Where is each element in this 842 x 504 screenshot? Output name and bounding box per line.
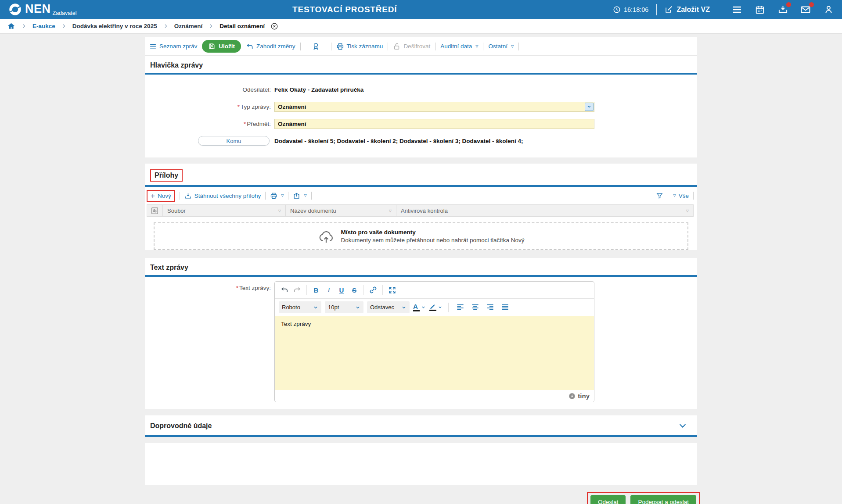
divider	[518, 43, 519, 50]
justify-icon[interactable]	[499, 302, 511, 313]
award-icon-button[interactable]	[306, 42, 326, 50]
subject-row: *Předmět:	[145, 118, 697, 129]
mail-icon[interactable]	[800, 4, 811, 15]
message-type-select[interactable]: Oznámení	[274, 102, 594, 112]
close-icon[interactable]	[270, 22, 278, 30]
calendar-icon[interactable]	[754, 4, 766, 15]
message-text-row: *Text zprávy: B I U S	[145, 277, 697, 409]
message-type-value: Oznámení	[278, 104, 306, 110]
breadcrumb-chevron-icon	[208, 23, 214, 29]
divider	[483, 43, 483, 50]
breadcrumb-chevron-icon	[21, 23, 27, 29]
logo-subtitle: Zadavatel	[53, 10, 77, 16]
divider	[435, 43, 435, 50]
message-header-form: Odesílatel: Felix Okátý - Zadavatel přír…	[145, 75, 697, 157]
divider	[388, 43, 388, 50]
collapse-chevron-icon[interactable]	[678, 421, 692, 431]
align-right-icon[interactable]	[484, 302, 496, 313]
link-icon[interactable]	[367, 284, 379, 296]
editor-toolbar-row1: B I U S	[275, 282, 594, 299]
sign-and-send-button[interactable]: Podepsat a odeslat	[630, 495, 696, 504]
breadcrumb-item-oznameni[interactable]: Oznámení	[174, 23, 203, 29]
inbox-download-icon[interactable]	[777, 4, 788, 15]
divider	[288, 192, 288, 200]
nen-logo[interactable]: NEN Zadavatel	[8, 2, 76, 17]
divider	[180, 192, 180, 200]
attachments-toolbar: + Nový Stáhnout všechny přílohy ▽	[145, 187, 697, 204]
bold-icon[interactable]: B	[310, 284, 322, 296]
strikethrough-icon[interactable]: S	[349, 284, 360, 296]
divider	[656, 4, 657, 15]
align-left-icon[interactable]	[454, 302, 466, 313]
column-filter-icon[interactable]: ▽	[274, 209, 281, 213]
chevron-down-icon: ▽	[281, 194, 284, 197]
block-format-select[interactable]: Odstavec	[367, 301, 410, 313]
new-attachment-button[interactable]: + Nový	[151, 193, 171, 199]
home-icon[interactable]	[7, 22, 15, 30]
chevron-down-icon: ▽	[304, 194, 306, 197]
highlight-color-button[interactable]	[429, 304, 443, 311]
underline-icon[interactable]: U	[336, 284, 347, 296]
column-filter-icon[interactable]: ▽	[682, 209, 689, 213]
column-header-nazev[interactable]: Název dokumentu ▽	[286, 205, 396, 216]
audit-data-dropdown[interactable]: Auditní data ▽	[440, 43, 478, 50]
font-size-select[interactable]: 10pt	[325, 301, 363, 313]
filter-button[interactable]	[656, 192, 663, 200]
sender-value: Felix Okátý - Zadavatel příručka	[274, 86, 363, 93]
attachments-panel: Přílohy + Nový Stáhnout všechny přílohy	[145, 164, 697, 250]
user-icon[interactable]	[823, 4, 834, 15]
download-all-button[interactable]: Stáhnout všechny přílohy	[184, 192, 261, 200]
divider	[331, 43, 331, 50]
print-record-button[interactable]: Tisk záznamu	[336, 43, 383, 50]
highlight-icon	[429, 304, 436, 309]
edit-icon	[665, 5, 673, 14]
message-list-button[interactable]: Seznam zpráv	[149, 43, 197, 50]
create-vz-button[interactable]: Založit VZ	[665, 5, 710, 14]
divider	[382, 285, 383, 295]
chevron-down-icon[interactable]	[585, 103, 594, 111]
column-header-antivir[interactable]: Antivirová kontrola ▽	[396, 205, 693, 216]
subject-input[interactable]	[274, 119, 594, 129]
fullscreen-icon[interactable]	[386, 284, 398, 296]
other-dropdown[interactable]: Ostatní ▽	[488, 43, 514, 50]
column-filter-icon[interactable]: ▽	[385, 209, 392, 213]
align-center-icon[interactable]	[469, 302, 481, 313]
message-text-panel: Text zprávy *Text zprávy: B I	[145, 258, 697, 409]
recipients-value: Dodavatel - školení 5; Dodavatel - škole…	[274, 138, 523, 144]
decrypt-button[interactable]: Dešifrovat	[393, 43, 430, 50]
send-button[interactable]: Odeslat	[590, 495, 626, 504]
section-header: Doprovodné údaje	[145, 415, 697, 435]
divider	[265, 192, 266, 200]
app-window: NEN Zadavatel TESTOVACÍ PROSTŘEDÍ 16:18:…	[0, 0, 842, 504]
divider	[300, 43, 301, 50]
attachments-dropzone[interactable]: Místo pro vaše dokumenty Dokumenty sem m…	[154, 222, 688, 250]
divider	[306, 285, 307, 295]
editor-content[interactable]: Text zprávy	[275, 316, 594, 390]
undo-icon[interactable]	[279, 284, 290, 296]
show-all-filter[interactable]: ▽ Vše	[673, 193, 689, 199]
print-attachments-dropdown[interactable]: ▽	[270, 192, 284, 200]
italic-icon[interactable]: I	[323, 284, 335, 296]
discard-changes-button[interactable]: Zahodit změny	[246, 43, 295, 50]
text-color-button[interactable]: A	[413, 304, 426, 311]
export-dropdown[interactable]: ▽	[293, 192, 306, 200]
font-family-select[interactable]: Roboto	[279, 301, 321, 313]
column-header-soubor[interactable]: Soubor ▽	[163, 205, 286, 216]
breadcrumb-item-eaukce[interactable]: E-aukce	[32, 23, 55, 29]
redo-icon[interactable]	[291, 284, 303, 296]
message-type-row: *Typ zprávy: Oznámení	[145, 101, 697, 112]
column-settings-button[interactable]	[147, 205, 163, 216]
recipients-button[interactable]: Komu	[198, 136, 270, 146]
accompanying-data-panel: Doprovodné údaje	[145, 415, 697, 437]
breadcrumb: E-aukce Dodávka elektřiny v roce 2025 Oz…	[0, 19, 842, 34]
accompanying-data-body	[145, 443, 697, 485]
notification-badge	[809, 2, 814, 7]
breadcrumb-item-zakazka[interactable]: Dodávka elektřiny v roce 2025	[72, 23, 157, 29]
discard-icon	[246, 43, 254, 50]
menu-icon[interactable]	[731, 4, 743, 15]
annotation-highlight: + Nový	[147, 190, 175, 202]
save-button[interactable]: Uložit	[202, 40, 241, 53]
section-title: Text zprávy	[150, 264, 188, 272]
richtext-editor: B I U S	[274, 281, 594, 402]
attachments-table-header: Soubor ▽ Název dokumentu ▽ Antivirová ko…	[147, 204, 694, 217]
